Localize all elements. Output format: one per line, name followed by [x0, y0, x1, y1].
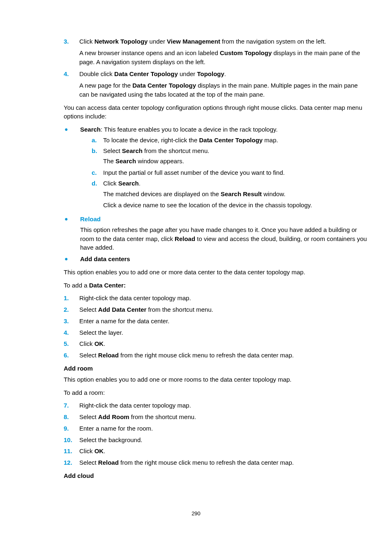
step-text: Select Add Room from the shortcut menu.	[79, 412, 367, 422]
substep-number: d.	[92, 179, 103, 188]
step-number: 3.	[64, 37, 79, 46]
substep-text: To locate the device, right-click the Da…	[103, 136, 367, 145]
substep-a: a. To locate the device, right-click the…	[92, 136, 367, 145]
text: Select	[79, 306, 98, 313]
document-page: 3. Click Network Topology under View Man…	[0, 0, 392, 533]
bold: Search Result	[221, 190, 262, 197]
bold: Topology	[197, 70, 224, 77]
bullet-add-data-centers: ● Add data centers	[64, 255, 367, 264]
text: Select	[79, 459, 98, 466]
step-number: 8.	[64, 412, 79, 422]
step-text: Right-click the data center topology map…	[79, 401, 367, 410]
text: : This feature enables you to locate a d…	[101, 126, 278, 133]
text: Select	[79, 352, 98, 359]
reload-heading: Reload	[80, 215, 367, 224]
text: from the shortcut menu.	[129, 413, 196, 420]
text: To locate the device, right-click the	[103, 137, 199, 144]
text: from the shortcut menu.	[143, 147, 210, 154]
bold: Data Center Topology	[199, 137, 263, 144]
add-data-centers-desc: This option enables you to add one or mo…	[64, 268, 367, 277]
step-number: 2.	[64, 305, 79, 314]
step-number: 11.	[64, 447, 79, 456]
step-text: Right-click the data center topology map…	[79, 294, 367, 303]
room-step-11: 11. Click OK.	[64, 447, 367, 456]
substep-b-note: The Search window appears.	[103, 157, 367, 166]
step-number: 4.	[64, 70, 79, 79]
add-room-heading: Add room	[64, 365, 367, 372]
bold: OK	[95, 340, 104, 347]
substep-d: d. Click Search.	[92, 179, 367, 188]
dc-step-5: 5. Click OK.	[64, 339, 367, 348]
text: .	[139, 180, 141, 187]
text: .	[104, 340, 105, 347]
bullet-reload: ● Reload This option refreshes the page …	[64, 215, 367, 252]
text: window appears.	[136, 158, 184, 165]
bold: View Management	[167, 38, 220, 45]
bold: Search	[115, 158, 136, 165]
text: A new browser instance opens and an icon…	[79, 49, 220, 56]
intro-paragraph: You can access data center topology conf…	[64, 103, 367, 121]
step-text: Enter a name for the data center.	[79, 317, 367, 326]
text: .	[224, 70, 226, 77]
step-4: 4. Double click Data Center Topology und…	[64, 70, 367, 79]
text: from the navigation system on the left.	[220, 38, 326, 45]
substep-number: c.	[92, 168, 103, 177]
reload-description: This option refreshes the page after you…	[80, 225, 367, 252]
step-number: 5.	[64, 339, 79, 348]
step-4-note: A new page for the Data Center Topology …	[79, 81, 367, 99]
page-number: 290	[0, 510, 392, 517]
step-number: 3.	[64, 317, 79, 326]
step-text: Double click Data Center Topology under …	[79, 70, 367, 79]
text: from the shortcut menu.	[146, 306, 213, 313]
text: Click	[79, 447, 95, 454]
bold: Add data centers	[80, 255, 130, 262]
room-step-8: 8. Select Add Room from the shortcut men…	[64, 412, 367, 422]
step-text: Click OK.	[79, 447, 367, 456]
text: window.	[262, 190, 286, 197]
room-step-12: 12. Select Reload from the right mouse c…	[64, 458, 367, 467]
text: The	[103, 158, 115, 165]
add-data-center-lead: To add a Data Center:	[64, 281, 367, 290]
step-number: 10.	[64, 436, 79, 445]
bold: Data Center:	[89, 282, 126, 289]
step-number: 1.	[64, 294, 79, 303]
step-number: 9.	[64, 424, 79, 433]
text: The matched devices are displayed on the	[103, 190, 221, 197]
text: map.	[263, 137, 278, 144]
bold: Add Room	[98, 413, 129, 420]
text: To add a	[64, 282, 89, 289]
dc-step-6: 6. Select Reload from the right mouse cl…	[64, 351, 367, 360]
step-3: 3. Click Network Topology under View Man…	[64, 37, 367, 46]
step-text: Select the background.	[79, 436, 367, 445]
text: A new page for the	[79, 82, 132, 89]
bullet-icon: ●	[64, 255, 80, 264]
bullet-icon: ●	[64, 125, 80, 212]
bold: Data Center Topology	[114, 70, 178, 77]
step-text: Select Reload from the right mouse click…	[79, 458, 367, 467]
bullet-icon: ●	[64, 215, 80, 252]
step-text: Select Add Data Center from the shortcut…	[79, 305, 367, 314]
text: from the right mouse click menu to refre…	[119, 352, 294, 359]
substep-d-note1: The matched devices are displayed on the…	[103, 190, 367, 199]
room-step-7: 7. Right-click the data center topology …	[64, 401, 367, 410]
bold: Search	[80, 126, 101, 133]
step-number: 7.	[64, 401, 79, 410]
substep-b: b. Select Search from the shortcut menu.	[92, 146, 367, 155]
bold: OK	[95, 447, 104, 454]
substep-number: b.	[92, 146, 103, 155]
add-room-desc: This option enables you to add one or mo…	[64, 375, 367, 384]
bold: Custom Topology	[220, 49, 272, 56]
bold: Search	[118, 180, 139, 187]
bullet-body: Add data centers	[80, 255, 367, 264]
substep-c: c. Input the partial or full asset numbe…	[92, 168, 367, 177]
step-text: Select Reload from the right mouse click…	[79, 351, 367, 360]
text: Click	[79, 38, 95, 45]
step-text: Click OK.	[79, 339, 367, 348]
bullet-search: ● Search: This feature enables you to lo…	[64, 125, 367, 212]
substep-text: Select Search from the shortcut menu.	[103, 146, 367, 155]
text: under	[178, 70, 197, 77]
bold: Reload	[175, 235, 195, 242]
step-number: 4.	[64, 328, 79, 337]
bullet-body: Search: This feature enables you to loca…	[80, 125, 367, 212]
dc-step-1: 1. Right-click the data center topology …	[64, 294, 367, 303]
